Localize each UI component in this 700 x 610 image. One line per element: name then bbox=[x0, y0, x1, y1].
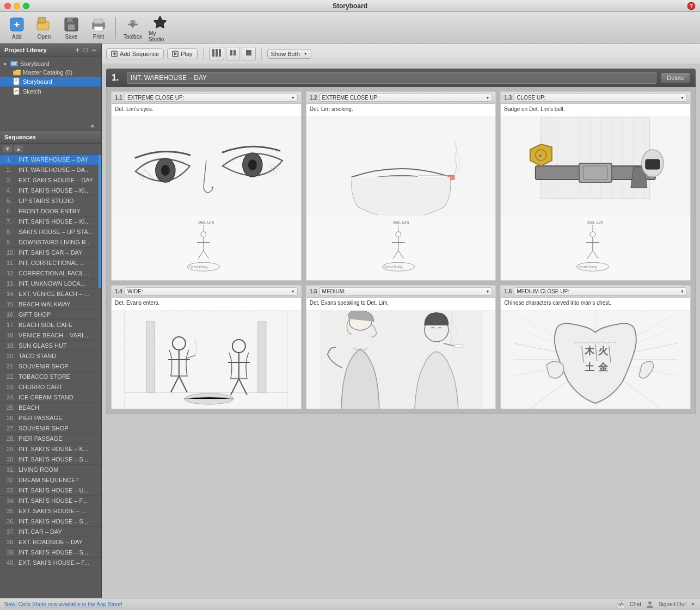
maximize-button[interactable] bbox=[23, 3, 29, 9]
sequence-item-8[interactable]: 8.SAKI'S HOUSE – UP STA... bbox=[0, 227, 101, 237]
sequence-item-30[interactable]: 30.INT. SAKI'S HOUSE – S... bbox=[0, 454, 101, 465]
panel-1-3-num: 1.3 bbox=[504, 95, 512, 101]
seq-num: 37. bbox=[7, 528, 16, 535]
panel-1-2-sketch bbox=[306, 117, 496, 215]
seq-sort-down[interactable]: ▼ bbox=[3, 145, 12, 152]
sequence-item-5[interactable]: 5.UP STAIRS STUDIO bbox=[0, 196, 101, 206]
sequence-item-31[interactable]: 31.LIVING ROOM bbox=[0, 465, 101, 475]
seq-num: 25. bbox=[7, 404, 16, 411]
sequence-item-13[interactable]: 13.INT. UNKNOWN LOCA... bbox=[0, 279, 101, 289]
seq-sort-up[interactable]: ▲ bbox=[14, 145, 23, 152]
add-sequence-button[interactable]: Add Sequence bbox=[106, 48, 164, 59]
scene-title-input[interactable] bbox=[127, 72, 656, 84]
sequence-item-16[interactable]: 16.GIFT SHOP bbox=[0, 310, 101, 320]
svg-rect-5 bbox=[38, 17, 46, 23]
seq-num: 40. bbox=[7, 559, 16, 566]
sequence-item-29[interactable]: 29.INT. SAKI'S HOUSE – K... bbox=[0, 444, 101, 454]
sequence-item-25[interactable]: 25.BEACH bbox=[0, 403, 101, 413]
columns-icon bbox=[212, 49, 221, 57]
panel-1-1-shot-select[interactable]: EXTREME CLOSE UP: bbox=[125, 94, 298, 102]
sequence-item-15[interactable]: 15.BEACH WALKWAY bbox=[0, 299, 101, 310]
project-remove-btn[interactable]: − bbox=[91, 46, 97, 54]
sequence-item-33[interactable]: 33.INT. SAKI'S HOUSE – U... bbox=[0, 485, 101, 496]
play-button[interactable]: Play bbox=[167, 48, 197, 59]
panel-1-3-shot-select[interactable]: CLOSE UP: bbox=[514, 94, 687, 102]
sequence-item-11[interactable]: 11.INT. CORRECTIONAL ... bbox=[0, 258, 101, 268]
sequence-item-1[interactable]: 1.INT. WAREHOUSE – DAY bbox=[0, 155, 101, 165]
seq-num: 2. bbox=[7, 167, 16, 173]
mystudio-button[interactable]: My Studio bbox=[148, 10, 173, 45]
project-nav-dots: ····················· bbox=[36, 123, 65, 128]
sequence-item-37[interactable]: 37.INT. CAR – DAY bbox=[0, 527, 101, 537]
sequence-item-27[interactable]: 27.SOUVENIR SHOP bbox=[0, 423, 101, 434]
main-toolbar: + Add Open Save Print Toolbox My Studio bbox=[0, 12, 700, 44]
panel-1-6-shot-select[interactable]: MEDIUM CLOSE UP: bbox=[514, 287, 687, 295]
tree-item-master-catalog[interactable]: Master Catalog (0) bbox=[0, 68, 101, 77]
seq-name: CORRECTIONAL FACIL... bbox=[19, 270, 89, 276]
stop-icon bbox=[245, 49, 253, 57]
storyboard-content[interactable]: 1. Delete 1.1 EXTREME CLOSE UP: Det. Li bbox=[102, 64, 700, 598]
view-pause-button[interactable] bbox=[226, 47, 240, 60]
sequence-item-20[interactable]: 20.TACO STAND bbox=[0, 351, 101, 361]
seq-num: 13. bbox=[7, 280, 16, 287]
panel-1-4-shot-select[interactable]: WIDE: bbox=[125, 287, 298, 295]
minimize-button[interactable] bbox=[14, 3, 20, 9]
sequences-list[interactable]: 1.INT. WAREHOUSE – DAY2.INT. WAREHOUSE –… bbox=[0, 155, 101, 568]
sequence-item-21[interactable]: 21.SOUVENIR SHOP bbox=[0, 361, 101, 372]
tree-item-storyboard[interactable]: ▸ Storyboard bbox=[0, 59, 101, 68]
sequence-item-12[interactable]: 12.CORRECTIONAL FACIL... bbox=[0, 268, 101, 279]
save-button[interactable]: Save bbox=[59, 14, 84, 42]
toolbox-button[interactable]: Toolbox bbox=[120, 14, 145, 42]
panel-1-5-shot-select[interactable]: MEDIUM: bbox=[320, 287, 493, 295]
add-button[interactable]: + Add bbox=[4, 14, 29, 42]
view-columns-button[interactable] bbox=[209, 47, 224, 60]
sequence-item-18[interactable]: 18.VENICE BEACH – VARI... bbox=[0, 330, 101, 341]
sequence-item-4[interactable]: 4.INT. SAKI'S HOUSE – KI... bbox=[0, 186, 101, 196]
sequence-item-9[interactable]: 9.DOWNSTAIRS LIVING R... bbox=[0, 237, 101, 248]
panel-1-3-header: 1.3 CLOSE UP: bbox=[501, 92, 690, 104]
sequence-item-40[interactable]: 40.EXT. SAKI'S HOUSE – F... bbox=[0, 558, 101, 568]
sequence-item-28[interactable]: 28.PIER PASSAGE bbox=[0, 434, 101, 444]
sequence-item-36[interactable]: 36.INT. SAKI'S HOUSE – S... bbox=[0, 516, 101, 527]
svg-text:Det. Lim: Det. Lim bbox=[587, 220, 604, 225]
open-label: Open bbox=[38, 34, 51, 40]
sequence-item-26[interactable]: 26.PIER PASSAGE bbox=[0, 413, 101, 423]
tree-label-master-catalog: Master Catalog (0) bbox=[23, 69, 72, 76]
sequence-item-22[interactable]: 22.TOBACCO STORE bbox=[0, 372, 101, 382]
help-icon[interactable]: ? bbox=[687, 2, 696, 11]
sequence-item-6[interactable]: 6.FRONT DOOR ENTRY bbox=[0, 206, 101, 217]
sequence-item-10[interactable]: 10.INT. SAKI'S CAR – DAY bbox=[0, 248, 101, 258]
sequence-item-19[interactable]: 19.SUN GLASS HUT bbox=[0, 341, 101, 351]
sequence-item-3[interactable]: 3.EXT. SAKI'S HOUSE – DAY bbox=[0, 175, 101, 186]
sequence-item-7[interactable]: 7.INT. SAKI'S HOUSE – KI... bbox=[0, 217, 101, 227]
seq-num: 32. bbox=[7, 477, 16, 483]
tree-item-sketch[interactable]: Sketch bbox=[0, 87, 101, 96]
sequence-item-35[interactable]: 35.EXT. SAKI'S HOUSE – ... bbox=[0, 506, 101, 516]
close-button[interactable] bbox=[4, 3, 11, 9]
sequence-item-34[interactable]: 34.INT. SAKI'S HOUSE – F... bbox=[0, 496, 101, 506]
project-add-btn[interactable]: + bbox=[75, 46, 81, 54]
panel-1-5-desc: Det. Evans speaking to Det. Lim. bbox=[306, 298, 496, 311]
show-both-select[interactable]: Show Both bbox=[267, 49, 311, 59]
tree-item-storyboard-doc[interactable]: Storyboard bbox=[0, 77, 101, 87]
app-store-link[interactable]: New! Celtx Shots now available in the Ap… bbox=[4, 601, 122, 607]
view-stop-button[interactable] bbox=[242, 47, 256, 60]
sequence-item-17[interactable]: 17.BEACH SIDE CAFE bbox=[0, 320, 101, 330]
panel-1-2-shot-select[interactable]: EXTREME CLOSE UP: bbox=[320, 94, 493, 102]
sequence-item-14[interactable]: 14.EXT. VENICE BEACH – ... bbox=[0, 289, 101, 299]
scene-delete-button[interactable]: Delete bbox=[661, 72, 690, 83]
main-layout: Project Library + □ − ▸ Storyboard Maste… bbox=[0, 44, 700, 598]
sequence-item-2[interactable]: 2.INT. WAREHOUSE – DA... bbox=[0, 165, 101, 175]
sequence-item-23[interactable]: 23.CHURRO CART bbox=[0, 382, 101, 392]
print-button[interactable]: Print bbox=[86, 14, 111, 42]
sequence-item-32[interactable]: 32.DREAM SEQUENCE? bbox=[0, 475, 101, 485]
open-button[interactable]: Open bbox=[32, 14, 57, 42]
sequence-item-39[interactable]: 39.INT. SAKI'S HOUSE – S... bbox=[0, 547, 101, 558]
chat-label[interactable]: Chat bbox=[630, 601, 641, 607]
toolbox-icon bbox=[124, 16, 142, 33]
project-nav-arrows[interactable] bbox=[88, 123, 97, 130]
seq-name: INT. CORRECTIONAL ... bbox=[19, 260, 85, 266]
sequence-item-38[interactable]: 38.EXT. ROADSIDE – DAY bbox=[0, 537, 101, 547]
project-folder-btn[interactable]: □ bbox=[83, 46, 89, 54]
sequence-item-24[interactable]: 24.ICE CREAM STAND bbox=[0, 392, 101, 403]
